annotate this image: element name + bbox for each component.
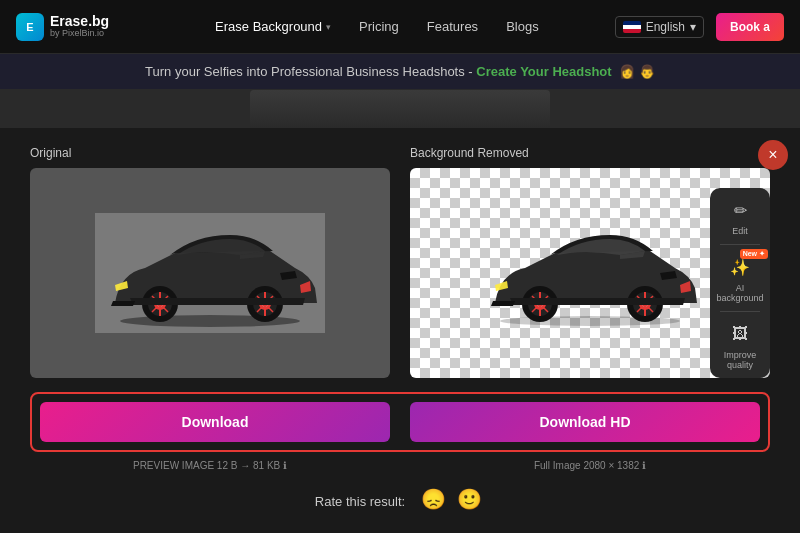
comparison-area: Original	[30, 146, 770, 378]
rating-area: Rate this result: 😞 🙂	[30, 481, 770, 517]
nav-pricing[interactable]: Pricing	[359, 19, 399, 34]
book-button[interactable]: Book a	[716, 13, 784, 41]
download-button[interactable]: Download	[40, 402, 390, 442]
rating-emojis: 😞 🙂	[418, 488, 486, 510]
logo-sub: by PixelBin.io	[50, 29, 109, 39]
rating-text: Rate this result:	[315, 494, 405, 509]
promo-text: Turn your Selfies into Professional Busi…	[145, 64, 473, 79]
navbar: E Erase.bg by PixelBin.io Erase Backgrou…	[0, 0, 800, 54]
chevron-down-icon: ▾	[326, 22, 331, 32]
side-toolbar: ✏ Edit New ✦ ✨ AI background 🖼 Improve q…	[710, 188, 770, 378]
language-selector[interactable]: English ▾	[615, 16, 704, 38]
preview-info-right: Full Image 2080 × 1382 ℹ	[410, 460, 770, 471]
nav-right: English ▾ Book a	[615, 13, 784, 41]
preview-info-left: PREVIEW IMAGE 12 B → 81 KB ℹ	[30, 460, 390, 471]
removed-car-svg	[475, 213, 705, 333]
chevron-down-icon: ▾	[690, 20, 696, 34]
top-partial-content	[0, 90, 800, 128]
edit-tool[interactable]: ✏ Edit	[726, 196, 754, 236]
ai-background-tool[interactable]: New ✦ ✨ AI background	[716, 253, 764, 303]
new-badge: New ✦	[740, 249, 768, 259]
original-image-box	[30, 168, 390, 378]
nav-erase-background[interactable]: Erase Background ▾	[215, 19, 331, 34]
promo-emojis: 👩 👨	[619, 64, 655, 79]
nav-blogs[interactable]: Blogs	[506, 19, 539, 34]
improve-quality-label: Improve quality	[716, 350, 764, 370]
promo-banner: Turn your Selfies into Professional Busi…	[0, 54, 800, 90]
flag-icon	[623, 21, 641, 33]
original-car	[30, 168, 390, 378]
toolbar-divider-2	[720, 311, 760, 312]
toolbar-divider-1	[720, 244, 760, 245]
original-label: Original	[30, 146, 390, 160]
promo-link[interactable]: Create Your Headshot	[476, 64, 611, 79]
edit-label: Edit	[732, 226, 748, 236]
close-button[interactable]: ×	[758, 140, 788, 170]
removed-label: Background Removed	[410, 146, 770, 160]
logo-icon: E	[16, 13, 44, 41]
logo[interactable]: E Erase.bg by PixelBin.io	[16, 13, 109, 41]
improve-quality-tool[interactable]: 🖼 Improve quality	[716, 320, 764, 370]
preview-info: PREVIEW IMAGE 12 B → 81 KB ℹ Full Image …	[30, 460, 770, 471]
nav-features[interactable]: Features	[427, 19, 478, 34]
original-panel: Original	[30, 146, 390, 378]
download-hd-button[interactable]: Download HD	[410, 402, 760, 442]
rating-bad[interactable]: 😞	[421, 488, 446, 510]
partial-image	[250, 90, 550, 128]
main-area: × Original	[0, 128, 800, 527]
logo-main: Erase.bg	[50, 14, 109, 29]
improve-icon: 🖼	[726, 320, 754, 348]
pencil-icon: ✏	[726, 196, 754, 224]
rating-neutral[interactable]: 🙂	[457, 488, 482, 510]
nav-center: Erase Background ▾ Pricing Features Blog…	[139, 19, 614, 34]
ai-background-label: AI background	[716, 283, 764, 303]
original-car-svg	[95, 213, 325, 333]
download-area: Download Download HD	[30, 392, 770, 452]
